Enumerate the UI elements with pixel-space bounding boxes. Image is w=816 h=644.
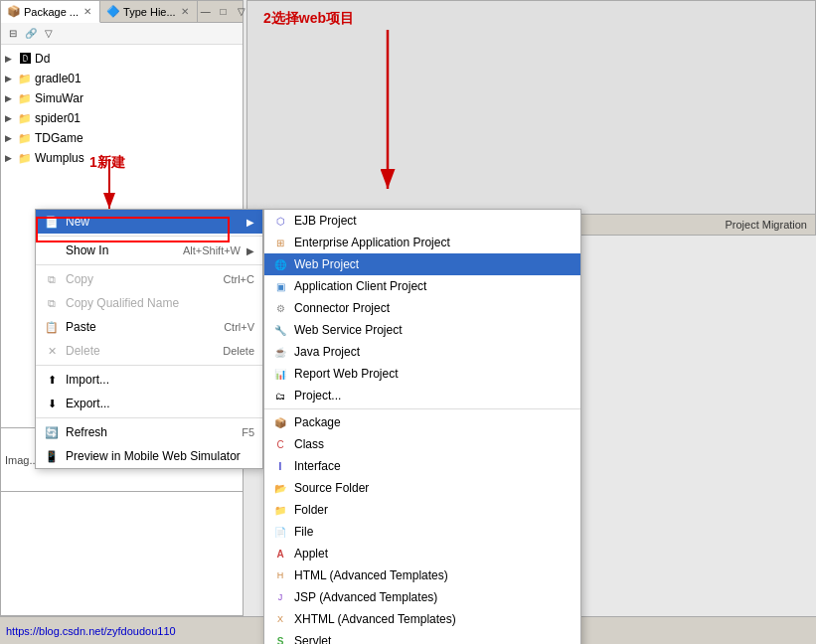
tree-item-spider01[interactable]: ▶ 📁 spider01 [1,108,243,128]
image-panel-label: Imag... [5,454,39,466]
copy-qualified-label: Copy Qualified Name [66,296,254,310]
menu-item-showin[interactable]: Show In Alt+Shift+W ▶ [36,239,262,262]
tree-item-wumplus[interactable]: ▶ 📁 Wumplus [1,148,243,168]
enterprise-label: Enterprise Application Project [294,236,572,249]
submenu-html[interactable]: H HTML (Advanced Templates) [264,564,580,586]
menu-item-copy-qualified[interactable]: ⧉ Copy Qualified Name [36,291,262,315]
url-text: https://blog.csdn.net/zyfdoudou110 [6,625,176,637]
file-label: File [294,525,572,539]
menu-item-refresh[interactable]: 🔄 Refresh F5 [36,420,262,444]
menu-item-delete[interactable]: ✕ Delete Delete [36,339,262,363]
interface-label: Interface [294,459,572,473]
submenu-webservice-project[interactable]: 🔧 Web Service Project [264,319,580,341]
copy-qualified-icon: ⧉ [44,295,60,311]
tree-item-tdgame[interactable]: ▶ 📁 TDGame [1,128,243,148]
sep2 [36,264,262,265]
tree-item-simuwar[interactable]: ▶ 📁 SimuWar [1,88,243,108]
menu-item-preview[interactable]: 📱 Preview in Mobile Web Simulator [36,444,262,468]
import-label: Import... [66,373,254,387]
xhtml-label: XHTML (Advanced Templates) [294,612,572,626]
web-project-label: Web Project [294,257,572,271]
toolbar-menu-btn[interactable]: ▽ [41,26,57,42]
submenu-jsp[interactable]: J JSP (Advanced Templates) [264,586,580,608]
submenu-interface[interactable]: I Interface [264,455,580,477]
interface-icon: I [272,458,288,474]
jsp-icon: J [272,589,288,605]
submenu-connector-project[interactable]: ⚙ Connector Project [264,297,580,319]
appclient-label: Application Client Project [294,279,572,293]
refresh-icon: 🔄 [44,424,60,440]
submenu-appclient-project[interactable]: ▣ Application Client Project [264,275,580,297]
submenu-folder[interactable]: 📁 Folder [264,499,580,521]
arrow-simuwar: ▶ [5,93,15,103]
submenu-enterprise-project[interactable]: ⊞ Enterprise Application Project [264,232,580,253]
arrow-dd: ▶ [5,54,15,64]
applet-icon: A [272,546,288,562]
package-icon: 📦 [272,414,288,430]
webservice-label: Web Service Project [294,323,572,337]
label-gradle01: gradle01 [35,72,82,85]
context-menu: 📄 New ▶ Show In Alt+Shift+W ▶ ⧉ Copy Ctr… [35,209,263,469]
hierarchy-icon: 🔷 [106,5,120,18]
delete-icon: ✕ [44,343,60,359]
tab-type-hierarchy[interactable]: 🔷 Type Hie... ✕ [100,1,198,22]
icon-gradle01: 📁 [17,71,33,86]
enterprise-icon: ⊞ [272,235,288,250]
collapse-all-btn[interactable]: ⊟ [5,26,21,42]
submenu-report-project[interactable]: 📊 Report Web Project [264,363,580,385]
showin-arrow: ▶ [246,245,254,256]
submenu-sep1 [264,408,580,409]
submenu-servlet[interactable]: S Servlet [264,630,580,644]
submenu-ejb-project[interactable]: ⬡ EJB Project [264,210,580,232]
menu-item-import[interactable]: ⬆ Import... [36,368,262,392]
tree-item-dd[interactable]: ▶ 🅳 Dd [1,49,243,69]
submenu-source-folder[interactable]: 📂 Source Folder [264,477,580,499]
panel-toolbar: ⊟ 🔗 ▽ [1,23,243,45]
preview-label: Preview in Mobile Web Simulator [66,449,254,463]
paste-icon: 📋 [44,319,60,335]
submenu-applet[interactable]: A Applet [264,543,580,564]
minimize-btn[interactable]: — [198,4,214,20]
menu-item-new[interactable]: 📄 New ▶ [36,210,262,234]
folder-icon: 📁 [272,502,288,518]
html-icon: H [272,567,288,583]
export-icon: ⬇ [44,396,60,411]
icon-wumplus: 📁 [17,150,33,166]
menu-item-paste[interactable]: 📋 Paste Ctrl+V [36,315,262,339]
tab-package-close[interactable]: ✕ [82,6,93,17]
submenu-package[interactable]: 📦 Package [264,411,580,433]
sep4 [36,417,262,418]
submenu-new: ⬡ EJB Project ⊞ Enterprise Application P… [263,209,581,644]
copy-shortcut: Ctrl+C [224,273,254,285]
html-label: HTML (Advanced Templates) [294,568,572,582]
tab-hierarchy-close[interactable]: ✕ [179,6,191,17]
xhtml-icon: X [272,611,288,627]
submenu-web-project[interactable]: 🌐 Web Project [264,253,580,275]
servlet-icon: S [272,633,288,644]
arrow-spider01: ▶ [5,113,15,123]
java-project-icon: ☕ [272,344,288,360]
file-icon: 📄 [272,524,288,540]
menu-item-export[interactable]: ⬇ Export... [36,392,262,415]
submenu-file[interactable]: 📄 File [264,521,580,543]
submenu-class[interactable]: C Class [264,433,580,455]
maximize-btn[interactable]: □ [216,4,232,20]
tree-item-gradle01[interactable]: ▶ 📁 gradle01 [1,69,243,88]
icon-simuwar: 📁 [17,90,33,106]
link-editor-btn[interactable]: 🔗 [23,26,39,42]
menu-item-copy[interactable]: ⧉ Copy Ctrl+C [36,267,262,291]
arrow-gradle01: ▶ [5,74,15,83]
new-menu-icon: 📄 [44,214,60,230]
submenu-xhtml[interactable]: X XHTML (Advanced Templates) [264,608,580,630]
applet-label: Applet [294,547,572,561]
showin-icon [44,242,60,258]
copy-icon: ⧉ [44,271,60,287]
submenu-project[interactable]: 🗂 Project... [264,385,580,406]
tab-package-explorer[interactable]: 📦 Package ... ✕ [1,1,100,23]
new-label: New [66,215,241,229]
new-arrow: ▶ [246,217,254,228]
submenu-java-project[interactable]: ☕ Java Project [264,341,580,363]
ejb-project-icon: ⬡ [272,213,288,229]
tab-package-label: Package ... [24,6,79,18]
arrow-wumplus: ▶ [5,153,15,163]
